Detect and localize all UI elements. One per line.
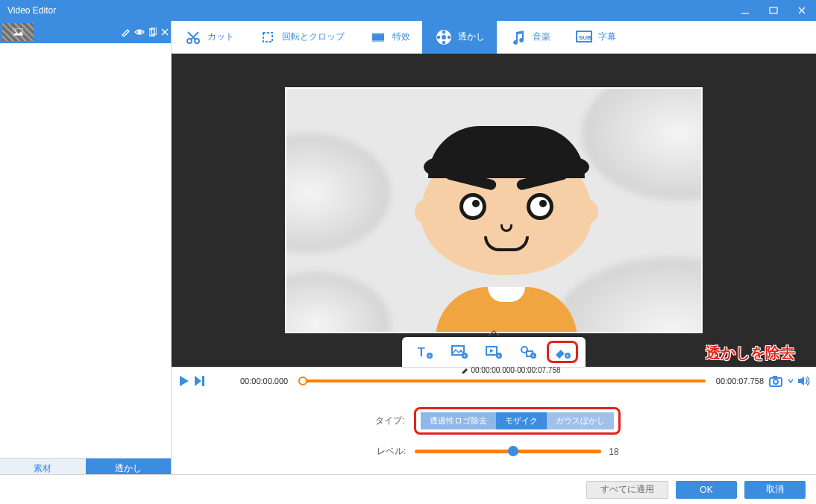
pencil-icon[interactable] (461, 366, 468, 374)
tab-cut[interactable]: カット (172, 21, 246, 54)
overlay-toolbar: T+ + + + + (402, 337, 586, 367)
tab-cut-label: カット (207, 31, 234, 43)
svg-text:+: + (498, 353, 501, 359)
cancel-button[interactable]: 取消 (744, 481, 806, 499)
level-value: 18 (609, 447, 618, 457)
tab-rotate[interactable]: 回転とクロップ (246, 21, 357, 54)
tab-music[interactable]: 音楽 (497, 21, 562, 54)
svg-point-26 (437, 35, 440, 38)
image-icon (13, 28, 23, 36)
type-label: タイプ: (368, 415, 405, 427)
playhead[interactable] (298, 377, 307, 385)
titlebar: Video Editor (0, 0, 816, 21)
clip-item[interactable] (0, 21, 171, 43)
type-mosaic[interactable]: モザイク (496, 412, 547, 429)
preview-area: T+ + + + + 透かしを除去 (172, 54, 816, 367)
right-panel: カット 回転とクロップ 特效 透かし 音楽 SUB 字幕 (172, 21, 816, 504)
music-icon (509, 28, 528, 47)
clip-thumbnail (2, 23, 34, 41)
app-title: Video Editor (7, 5, 56, 16)
add-video-button[interactable]: + (478, 341, 509, 363)
annotation-label: 透かしを除去 (706, 343, 795, 363)
tab-subtitle-label: 字幕 (598, 31, 616, 43)
chevron-up-icon[interactable] (487, 330, 500, 337)
svg-point-23 (442, 35, 446, 40)
type-selector: 透過性ロゴ除去 モザイク ガウスぼかし (414, 407, 621, 435)
svg-rect-18 (263, 33, 272, 42)
time-end: 00:00:07.758 (716, 377, 764, 385)
remove-watermark-button[interactable]: + (547, 341, 578, 363)
footer: すべてに適用 OK 取消 (0, 474, 816, 504)
svg-text:+: + (463, 353, 467, 359)
video-canvas[interactable] (285, 87, 703, 333)
svg-rect-48 (773, 376, 777, 378)
time-range: 00:00:00.000-00:00:07.758 (471, 366, 560, 374)
minimize-button[interactable] (731, 0, 759, 21)
copy-icon[interactable] (149, 28, 157, 37)
play-button[interactable] (178, 374, 191, 388)
add-shape-button[interactable]: + (512, 341, 544, 363)
ok-button[interactable]: OK (676, 481, 737, 499)
svg-text:+: + (566, 353, 570, 359)
snapshot-button[interactable] (768, 374, 785, 388)
svg-text:+: + (428, 353, 432, 359)
tab-music-label: 音楽 (533, 31, 550, 43)
time-start: 00:00:00.000 (240, 377, 288, 385)
tab-watermark-label: 透かし (458, 31, 485, 43)
tab-watermark-tool[interactable]: 透かし (422, 21, 497, 54)
level-label: レベル: (368, 445, 406, 458)
level-slider[interactable] (415, 450, 601, 453)
tool-tabs: カット 回転とクロップ 特效 透かし 音楽 SUB 字幕 (172, 21, 816, 54)
svg-text:SUB: SUB (579, 34, 591, 41)
crop-icon (258, 28, 277, 47)
reel-icon (434, 28, 453, 47)
close-button[interactable] (788, 0, 816, 21)
film-icon (368, 28, 388, 47)
tab-rotate-label: 回転とクロップ (282, 31, 345, 43)
type-transparent[interactable]: 透過性ロゴ除去 (421, 412, 496, 429)
svg-point-27 (448, 35, 451, 38)
svg-point-24 (442, 30, 445, 33)
left-panel: 素材 透かし (0, 21, 172, 504)
svg-point-5 (15, 30, 16, 31)
timeline: 00:00:00.000 00:00:00.000-00:00:07.758 0… (172, 367, 816, 394)
slider-knob[interactable] (508, 446, 518, 456)
volume-button[interactable] (797, 375, 810, 387)
pencil-icon[interactable] (121, 28, 130, 37)
step-button[interactable] (192, 374, 206, 388)
add-text-button[interactable]: T+ (409, 341, 441, 363)
tab-effects[interactable]: 特效 (357, 21, 422, 54)
timeline-track[interactable]: 00:00:00.000-00:00:07.758 (298, 379, 706, 382)
svg-point-25 (442, 40, 445, 43)
watermark-controls: タイプ: 透過性ロゴ除去 モザイク ガウスぼかし レベル: 18 (172, 394, 816, 465)
tab-effects-label: 特效 (392, 31, 410, 43)
tab-subtitle[interactable]: SUB 字幕 (562, 21, 628, 54)
subtitle-icon: SUB (574, 28, 594, 47)
svg-point-6 (138, 31, 141, 34)
delete-icon[interactable] (161, 28, 169, 36)
svg-point-47 (773, 379, 778, 384)
scissors-icon (183, 28, 203, 47)
svg-text:T: T (418, 346, 425, 359)
apply-all-button[interactable]: すべてに適用 (586, 481, 668, 499)
type-gaussian[interactable]: ガウスぼかし (547, 412, 614, 429)
eye-icon[interactable] (134, 28, 145, 36)
svg-text:+: + (532, 353, 536, 359)
svg-rect-21 (372, 40, 384, 42)
chevron-down-icon[interactable] (788, 376, 794, 386)
maximize-button[interactable] (759, 0, 788, 21)
add-image-button[interactable]: + (444, 341, 475, 363)
svg-rect-20 (372, 33, 384, 34)
svg-rect-1 (770, 7, 777, 13)
svg-rect-45 (202, 376, 204, 386)
